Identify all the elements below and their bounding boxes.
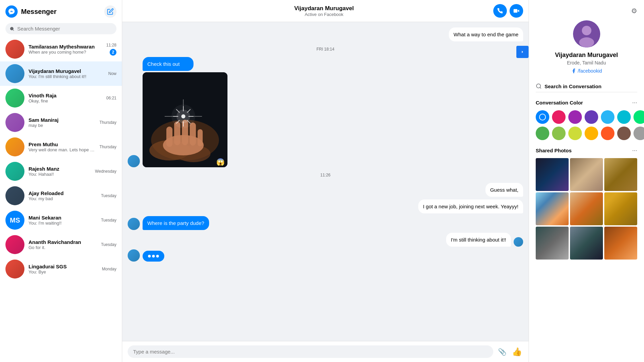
color-option-green[interactable]: [633, 110, 644, 124]
voice-call-button[interactable]: [493, 4, 507, 18]
sidebar: Messenger Tamilarasan Mytheshwaran When …: [0, 0, 122, 362]
color-option-brown[interactable]: [617, 127, 631, 140]
search-wrapper[interactable]: [5, 23, 116, 34]
contact-preview: Go for it.: [29, 245, 97, 250]
search-conversation[interactable]: Search in Conversation: [536, 80, 637, 92]
color-option-yellowgreen[interactable]: [568, 127, 582, 140]
photo-thumb-5[interactable]: [570, 192, 603, 225]
color-section-header: Conversation Color ···: [536, 99, 637, 106]
photo-thumb-3[interactable]: [604, 158, 637, 191]
contact-time: Wednesday: [95, 169, 116, 174]
contact-meta: Tuesday: [101, 218, 116, 223]
photo-thumb-9[interactable]: [604, 227, 637, 260]
color-option-blue[interactable]: [536, 110, 549, 124]
photos-more-button[interactable]: ···: [632, 147, 637, 154]
chat-header: Vijaydaran Murugavel Active on Facebook: [122, 0, 529, 22]
compose-icon: [107, 8, 114, 15]
contact-preview: When are you coming home?: [29, 50, 102, 55]
contact-item[interactable]: Rajesh Manz You: Hahaa!! Wednesday: [0, 159, 122, 184]
color-option-darkpurple[interactable]: [585, 110, 598, 124]
photo-thumb-6[interactable]: [604, 192, 637, 225]
contact-preview: You: I'm waiting!!: [29, 221, 97, 226]
date-divider: FRI 18:14: [128, 47, 523, 52]
message-row: Check this out: [128, 57, 523, 167]
message-row: I got a new job, joining next week. Yeay…: [128, 199, 523, 213]
contact-info: Lingadurai SGS You: Bye: [29, 264, 98, 274]
app-title: Messenger: [21, 8, 57, 16]
photo-thumb-8[interactable]: [570, 227, 603, 260]
message-bubble: I'm still thinking about it!!: [446, 233, 511, 247]
svg-line-1: [13, 30, 14, 31]
profile-avatar-image: [573, 20, 600, 47]
contact-info: Prem Muthu Very well done man. Lets hope…: [29, 141, 95, 152]
contact-item[interactable]: Vinoth Raja Okay, fine 06:21: [0, 86, 122, 110]
messenger-logo: [5, 5, 18, 18]
search-input[interactable]: [17, 26, 112, 32]
contact-name: Vinoth Raja: [29, 93, 102, 98]
svg-point-0: [10, 27, 14, 30]
contact-item[interactable]: Prem Muthu Very well done man. Lets hope…: [0, 135, 122, 159]
photo-thumb-7[interactable]: [536, 227, 569, 260]
photo-thumb-2[interactable]: [570, 158, 603, 191]
color-option-yellow[interactable]: [585, 127, 598, 140]
contact-avatar: MS: [5, 211, 24, 230]
chat-header-center: Vijaydaran Murugavel Active on Facebook: [155, 5, 493, 17]
attachment-button[interactable]: 📎: [496, 346, 508, 358]
profile-facebook-link[interactable]: /facebookid: [536, 68, 637, 74]
color-option-orange[interactable]: [601, 127, 614, 140]
contact-item[interactable]: Vijaydaran Murugavel You: I'm still thin…: [0, 61, 122, 86]
video-call-button[interactable]: [510, 4, 523, 18]
contact-item[interactable]: Sam Maniraj may be Thursday: [0, 110, 122, 135]
color-option-lime[interactable]: [552, 127, 566, 140]
message-row: What a way to end the game: [128, 27, 523, 41]
chat-contact-name: Vijaydaran Murugavel: [155, 5, 493, 12]
message-avatar: [128, 155, 140, 167]
contact-avatar: [5, 260, 24, 279]
contact-name: Mani Sekaran: [29, 215, 97, 221]
contact-item[interactable]: MS Mani Sekaran You: I'm waiting!! Tuesd…: [0, 208, 122, 232]
contact-time: Monday: [102, 267, 116, 271]
color-option-lightblue[interactable]: [601, 110, 614, 124]
contact-item[interactable]: Ajay Reloaded You: my bad Tuesday: [0, 184, 122, 208]
color-option-red[interactable]: [552, 110, 566, 124]
image-content: [143, 72, 227, 167]
contact-time: 06:21: [106, 96, 116, 100]
color-option-brightgreen[interactable]: [536, 127, 549, 140]
contact-item[interactable]: Lingadurai SGS You: Bye Monday: [0, 257, 122, 281]
message-row: Where is the party dude?: [128, 216, 523, 230]
contact-time: Thursday: [99, 120, 116, 125]
like-button[interactable]: 👍: [511, 346, 523, 358]
search-bar: [0, 20, 122, 37]
contact-avatar: [5, 162, 24, 181]
photo-thumb-1[interactable]: [536, 158, 569, 191]
contact-avatar: [5, 64, 24, 83]
contact-meta: Wednesday: [95, 169, 116, 174]
color-section-title: Conversation Color: [536, 100, 583, 106]
message-input[interactable]: [128, 345, 493, 358]
contact-avatar: [5, 235, 24, 254]
contact-item[interactable]: Tamilarasan Mytheshwaran When are you co…: [0, 37, 122, 61]
color-option-gray[interactable]: [633, 127, 644, 140]
settings-button[interactable]: ⚙: [631, 7, 637, 15]
svg-point-13: [163, 135, 204, 155]
messages-container: What a way to end the game FRI 18:14 Che…: [122, 22, 529, 341]
shared-image[interactable]: [143, 72, 227, 167]
color-option-teal[interactable]: [617, 110, 631, 124]
contact-meta: Now: [108, 71, 116, 76]
typing-dot-3: [156, 255, 159, 258]
expand-panel-button[interactable]: [516, 46, 529, 58]
chevron-right-icon: [520, 50, 525, 54]
contact-item[interactable]: Ananth Ravichandran Go for it. Tuesday: [0, 232, 122, 257]
unread-badge: 2: [110, 49, 116, 56]
facebook-icon: [571, 68, 576, 74]
photo-thumb-4[interactable]: [536, 192, 569, 225]
color-option-purple[interactable]: [568, 110, 582, 124]
contact-info: Vijaydaran Murugavel You: I'm still thin…: [29, 68, 104, 79]
search-conversation-label: Search in Conversation: [545, 83, 602, 89]
contact-avatar: [5, 186, 24, 205]
contact-time: Thursday: [99, 145, 116, 149]
compose-button[interactable]: [104, 5, 116, 18]
color-grid: [536, 110, 637, 140]
color-more-button[interactable]: ···: [632, 99, 637, 106]
contact-name: Prem Muthu: [29, 141, 95, 147]
